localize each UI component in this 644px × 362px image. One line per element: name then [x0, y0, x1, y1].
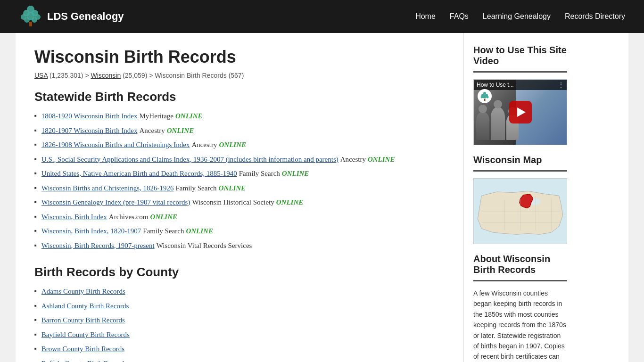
nav-home[interactable]: Home [415, 12, 436, 21]
county-record-link[interactable]: Adams County Birth Records [41, 286, 125, 297]
record-source: MyHeritage [140, 111, 173, 122]
list-item: Wisconsin, Birth Index, 1820-1907 Family… [34, 226, 445, 237]
record-source: Ancestry [340, 154, 366, 165]
record-link[interactable]: Wisconsin, Birth Index, 1820-1907 [41, 226, 141, 237]
about-text: A few Wisconsin counties began keeping b… [473, 288, 567, 362]
list-item: Ashland County Birth Records [34, 301, 445, 312]
list-item: Wisconsin Births and Christenings, 1826-… [34, 183, 445, 194]
record-source: Ancestry [140, 125, 165, 136]
page-title: Wisconsin Birth Records [34, 47, 445, 67]
wisconsin-map[interactable] [473, 178, 567, 244]
nav-records-directory[interactable]: Records Directory [565, 12, 625, 21]
page-wrapper: Wisconsin Birth Records USA (1,235,301) … [0, 33, 644, 362]
video-section-title: How to Use This Site Video [473, 45, 567, 66]
divider [473, 71, 567, 73]
list-item: Adams County Birth Records [34, 286, 445, 297]
online-badge: ONLINE [167, 125, 194, 136]
county-section-title: Birth Records by County [34, 265, 445, 280]
list-item: United States, Native American Birth and… [34, 168, 445, 179]
video-thumbnail[interactable]: How to Use t... ⋮ [473, 79, 567, 145]
county-record-link[interactable]: Barron County Birth Records [41, 315, 125, 326]
record-link[interactable]: 1808-1920 Wisconsin Birth Index [41, 111, 138, 122]
county-record-link[interactable]: Buffalo County Birth Records [41, 358, 127, 362]
record-link[interactable]: Wisconsin, Birth Index [41, 212, 107, 222]
list-item: Wisconsin, Birth Records, 1907-present W… [34, 240, 445, 251]
list-item: Brown County Birth Records [34, 344, 445, 354]
record-source: Archives.com [109, 212, 149, 222]
divider [473, 280, 567, 281]
video-menu-icon: ⋮ [558, 82, 564, 88]
record-source: Family Search [175, 183, 216, 194]
online-badge: ONLINE [150, 212, 178, 222]
video-play-button[interactable] [509, 101, 532, 123]
list-item: Buffalo County Birth Records [34, 358, 445, 362]
county-record-link[interactable]: Ashland County Birth Records [41, 301, 129, 312]
logo-icon [19, 5, 42, 28]
online-badge: ONLINE [282, 168, 309, 179]
video-logo-circle [478, 89, 492, 103]
svg-point-7 [32, 17, 37, 23]
svg-point-14 [487, 96, 489, 99]
person-silhouette [476, 112, 489, 140]
video-logo [478, 89, 492, 103]
record-source: Wisconsin Vital Records Services [157, 240, 252, 251]
list-item: Wisconsin, Birth Index Archives.com ONLI… [34, 212, 445, 222]
video-thumb-inner: How to Use t... ⋮ [474, 80, 567, 145]
list-item: 1820-1907 Wisconsin Birth Index Ancestry… [34, 125, 445, 136]
record-link[interactable]: Wisconsin Births and Christenings, 1826-… [41, 183, 174, 194]
video-title-bar: How to Use t... ⋮ [474, 80, 567, 90]
online-badge: ONLINE [219, 183, 246, 194]
record-link[interactable]: U.S., Social Security Applications and C… [41, 154, 339, 165]
video-title-text: How to Use t... [477, 82, 514, 88]
sidebar: How to Use This Site Video How to Use t.… [463, 33, 577, 362]
logo-text: LDS Genealogy [47, 10, 124, 23]
site-header: LDS Genealogy Home FAQs Learning Genealo… [0, 0, 644, 33]
record-source: Family Search [143, 226, 184, 237]
list-item: 1808-1920 Wisconsin Birth Index MyHerita… [34, 111, 445, 122]
breadcrumb-wisconsin[interactable]: Wisconsin [91, 72, 121, 79]
online-badge: ONLINE [186, 226, 213, 237]
breadcrumb: USA (1,235,301) > Wisconsin (25,059) > W… [34, 72, 445, 79]
svg-point-12 [481, 96, 483, 99]
breadcrumb-usa-count: (1,235,301) > [48, 72, 91, 79]
logo-link[interactable]: LDS Genealogy [19, 5, 124, 28]
main-nav: Home FAQs Learning Genealogy Records Dir… [415, 12, 625, 21]
record-link[interactable]: United States, Native American Birth and… [41, 168, 237, 179]
record-source: Family Search [239, 168, 280, 179]
online-badge: ONLINE [276, 197, 304, 208]
record-link[interactable]: 1820-1907 Wisconsin Birth Index [41, 125, 138, 136]
svg-rect-15 [484, 99, 486, 101]
online-badge: ONLINE [368, 154, 395, 165]
online-badge: ONLINE [175, 111, 203, 122]
about-section-title: About Wisconsin Birth Records [473, 254, 567, 275]
statewide-section-title: Statewide Birth Records [34, 90, 445, 104]
county-record-link[interactable]: Bayfield County Birth Records [41, 329, 130, 340]
breadcrumb-wisconsin-count: (25,059) > Wisconsin Birth Records (567) [121, 72, 244, 79]
list-item: U.S., Social Security Applications and C… [34, 154, 445, 165]
county-record-list: Adams County Birth Records Ashland Count… [34, 286, 445, 362]
svg-rect-8 [29, 22, 32, 26]
online-badge: ONLINE [219, 140, 247, 150]
map-svg [474, 179, 567, 244]
record-link[interactable]: Wisconsin, Birth Records, 1907-present [41, 240, 155, 251]
list-item: Bayfield County Birth Records [34, 329, 445, 340]
record-link[interactable]: 1826-1908 Wisconsin Births and Christeni… [41, 140, 190, 150]
list-item: 1826-1908 Wisconsin Births and Christeni… [34, 140, 445, 150]
main-content: Wisconsin Birth Records USA (1,235,301) … [16, 33, 463, 362]
person-silhouette [491, 107, 505, 140]
breadcrumb-usa[interactable]: USA [34, 72, 48, 79]
svg-point-13 [483, 95, 487, 99]
nav-faqs[interactable]: FAQs [450, 12, 469, 21]
record-source: Wisconsin Historical Society [192, 197, 274, 208]
content-area: Wisconsin Birth Records USA (1,235,301) … [16, 33, 628, 362]
nav-learning-genealogy[interactable]: Learning Genealogy [483, 12, 551, 21]
divider [473, 170, 567, 172]
svg-point-6 [24, 17, 30, 23]
record-source: Ancestry [191, 140, 217, 150]
county-record-link[interactable]: Brown County Birth Records [41, 344, 124, 354]
statewide-record-list: 1808-1920 Wisconsin Birth Index MyHerita… [34, 111, 445, 251]
map-section-title: Wisconsin Map [473, 155, 567, 165]
list-item: Wisconsin Genealogy Index (pre-1907 vita… [34, 197, 445, 208]
record-link[interactable]: Wisconsin Genealogy Index (pre-1907 vita… [41, 197, 190, 208]
list-item: Barron County Birth Records [34, 315, 445, 326]
